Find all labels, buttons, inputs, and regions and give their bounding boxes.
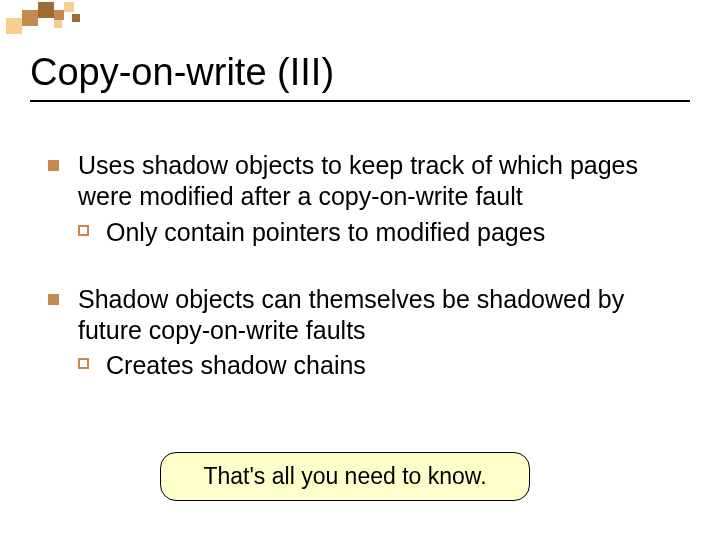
bullet-text: Shadow objects can themselves be shadowe… bbox=[78, 285, 624, 344]
title-underline bbox=[30, 100, 690, 102]
callout-box: That's all you need to know. bbox=[160, 452, 530, 501]
bullet-text: Uses shadow objects to keep track of whi… bbox=[78, 151, 638, 210]
slide: Copy-on-write (III) Uses shadow objects … bbox=[0, 0, 720, 540]
sub-bullet-icon bbox=[78, 225, 89, 236]
bullet-item: Shadow objects can themselves be shadowe… bbox=[48, 284, 680, 382]
sub-bullet-icon bbox=[78, 358, 89, 369]
bullet-icon bbox=[48, 294, 59, 305]
slide-corner-decoration bbox=[6, 0, 126, 36]
title-area: Copy-on-write (III) bbox=[30, 52, 690, 102]
slide-title: Copy-on-write (III) bbox=[30, 52, 690, 94]
sub-bullet-text: Only contain pointers to modified pages bbox=[106, 218, 545, 246]
bullet-icon bbox=[48, 160, 59, 171]
sub-bullet-item: Only contain pointers to modified pages bbox=[78, 217, 680, 248]
callout-text: That's all you need to know. bbox=[203, 463, 486, 489]
sub-bullet-text: Creates shadow chains bbox=[106, 351, 366, 379]
bullet-item: Uses shadow objects to keep track of whi… bbox=[48, 150, 680, 248]
slide-body: Uses shadow objects to keep track of whi… bbox=[48, 150, 680, 418]
sub-bullet-item: Creates shadow chains bbox=[78, 350, 680, 381]
